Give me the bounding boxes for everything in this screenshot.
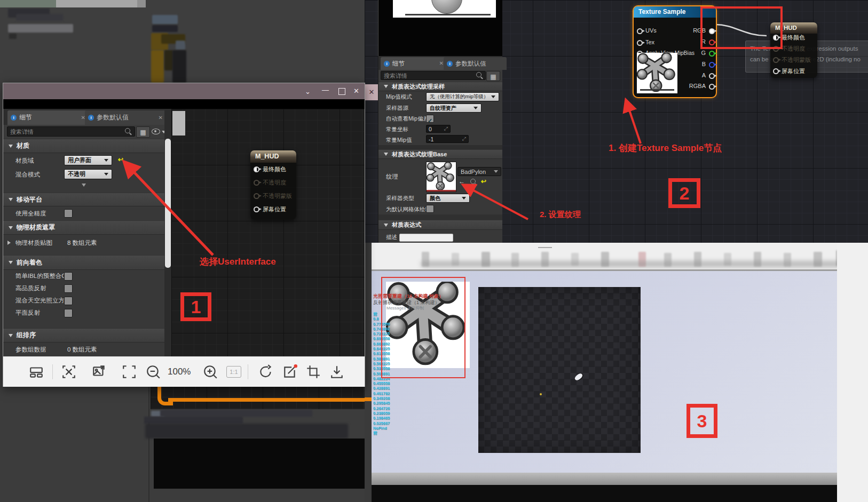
tab-details[interactable]: 细节 (7, 110, 89, 125)
mip-mode-dropdown[interactable]: 无（使用计算的mip等级） (426, 92, 499, 101)
field-value: 0 (429, 126, 432, 132)
section-material[interactable]: 材质 (3, 139, 164, 153)
section-label: 材质表达式 (392, 221, 421, 229)
chevron-right-icon[interactable] (7, 241, 11, 245)
section-forward-shading[interactable]: 前向着色 (3, 255, 164, 270)
row-auto-mipbias: 自动查看Mip偏差 (378, 114, 502, 124)
output-pin-g[interactable] (709, 51, 715, 57)
censored-block (144, 417, 243, 424)
rotate-icon[interactable] (258, 364, 273, 379)
draw-mesh-checkbox[interactable] (426, 205, 434, 213)
sampler-source-dropdown[interactable]: 自纹理资产 (426, 103, 482, 113)
dropdown-value: 无（使用计算的mip等级） (430, 93, 488, 100)
advanced-expander[interactable] (3, 181, 164, 189)
tab-row: 细节 参数默认值 (378, 56, 502, 70)
grid-view-icon[interactable] (136, 126, 150, 138)
page-white-band (837, 243, 868, 502)
annotation-step1-text: 选择UserInterface (200, 256, 276, 268)
description-field[interactable] (399, 234, 453, 242)
dropdown-value: 不透明 (68, 170, 85, 178)
tab-details[interactable]: 细节 (381, 57, 447, 70)
expand-icon[interactable] (122, 364, 137, 379)
close-icon[interactable] (439, 61, 444, 66)
hq-reflection-checkbox[interactable] (64, 284, 73, 293)
grid-view-icon[interactable] (486, 71, 500, 81)
section-mobile[interactable]: 移动平台 (3, 193, 164, 206)
input-pin-opacity[interactable] (254, 180, 259, 186)
censored-block (152, 25, 178, 32)
row-hq-reflection: 高品质反射 (3, 282, 164, 295)
auto-mipbias-checkbox[interactable] (426, 115, 434, 123)
section-texture-base[interactable]: 材质表达式纹理Base (378, 149, 502, 159)
layout-icon[interactable] (29, 364, 44, 379)
eye-visibility-icon[interactable] (152, 128, 166, 134)
planar-reflection-checkbox[interactable] (64, 309, 73, 317)
output-pin-rgba[interactable] (709, 84, 715, 90)
search-input[interactable] (7, 126, 135, 137)
screenshot-viewer-window: ⌄ — ✕ 细节 参数默认值 (3, 83, 365, 387)
close-fragment: ✕ (365, 84, 378, 100)
censored-block (145, 424, 348, 439)
texture-asset-dropdown[interactable]: BadPylon (457, 167, 501, 176)
pin-label: 最终颜色 (782, 34, 805, 42)
zoom-out-icon[interactable] (146, 364, 161, 379)
zoom-level: 100% (168, 366, 195, 377)
debug-value: 0.349208 (373, 396, 390, 401)
browse-to-asset-icon[interactable] (470, 179, 476, 184)
preview-fragment (172, 111, 185, 136)
input-pin-opacity-mask[interactable] (773, 57, 779, 63)
window-title-bar[interactable]: ⌄ — ✕ (3, 83, 365, 99)
texture-thumbnail[interactable] (426, 162, 456, 192)
pin-label: 屏幕位置 (263, 205, 286, 213)
reset-to-default-icon[interactable] (481, 178, 486, 185)
tab-param-defaults[interactable]: 参数默认值 (444, 57, 507, 70)
material-preview-sliver (393, 0, 496, 18)
full-precision-checkbox[interactable] (64, 209, 73, 218)
search-input[interactable] (381, 71, 486, 80)
minimize-icon[interactable]: — (322, 86, 329, 93)
section-texture-sample[interactable]: 材质表达式纹理采样 (378, 82, 502, 91)
output-pin-a[interactable] (709, 73, 715, 79)
const-coord-field[interactable]: 0 (426, 125, 451, 133)
const-mip-field[interactable]: -1 (426, 135, 469, 143)
scrollbar-thumb[interactable] (165, 139, 171, 268)
tab-param-defaults[interactable]: 参数默认值 (85, 110, 166, 125)
censored-block (151, 50, 164, 83)
section-group-sorting[interactable]: 组排序 (3, 328, 164, 342)
row-planar-reflection: 平面反射 (3, 307, 164, 320)
input-pin-screen-position[interactable] (773, 68, 779, 74)
input-pin-uvs[interactable] (637, 28, 643, 34)
censored-region (372, 243, 868, 271)
sky-cube-checkbox[interactable] (64, 297, 73, 305)
zoom-in-icon[interactable] (203, 364, 218, 379)
game-viewport[interactable]: 光照需要重建（16 未构建 对象） 反射捕获需要重建（1 未构建） Messag… (372, 271, 837, 473)
use-selected-asset-icon[interactable]: ← (459, 178, 465, 185)
sampler-type-dropdown[interactable]: 颜色 (426, 194, 470, 203)
reset-to-default-icon[interactable] (118, 156, 123, 163)
annotate-icon[interactable] (282, 364, 297, 379)
close-icon[interactable]: ✕ (353, 87, 359, 94)
input-pin-final-color[interactable] (254, 166, 259, 172)
section-label: 物理材质遮罩 (17, 223, 55, 232)
pin-label: B (678, 61, 706, 67)
crop-icon[interactable] (306, 364, 321, 379)
download-icon[interactable] (329, 364, 344, 379)
section-phys-mask[interactable]: 物理材质遮罩 (3, 220, 164, 235)
row-label: 混合天空光照立方 (15, 297, 65, 305)
output-pin-b[interactable] (709, 62, 715, 68)
image-copy-icon[interactable] (92, 364, 107, 379)
censored-block (9, 34, 17, 39)
input-pin-screen-position[interactable] (254, 206, 259, 212)
region-select-icon[interactable] (61, 364, 76, 379)
mhud-node-left[interactable]: M_HUD 最终颜色 不透明度 不透明蒙版 屏幕位置 (250, 150, 296, 220)
section-material-expression[interactable]: 材质表达式 (378, 220, 502, 230)
ibl-checkbox[interactable] (64, 272, 73, 281)
material-domain-dropdown[interactable]: 用户界面 (64, 155, 112, 165)
maximize-icon[interactable] (338, 88, 345, 95)
input-pin-opacity-mask[interactable] (254, 193, 259, 199)
blend-mode-dropdown[interactable]: 不透明 (64, 169, 112, 179)
input-pin-tex[interactable] (637, 40, 643, 46)
actual-size-button[interactable]: 1:1 (226, 366, 241, 378)
close-icon[interactable] (159, 115, 163, 121)
chevron-down-icon[interactable]: ⌄ (305, 88, 311, 95)
